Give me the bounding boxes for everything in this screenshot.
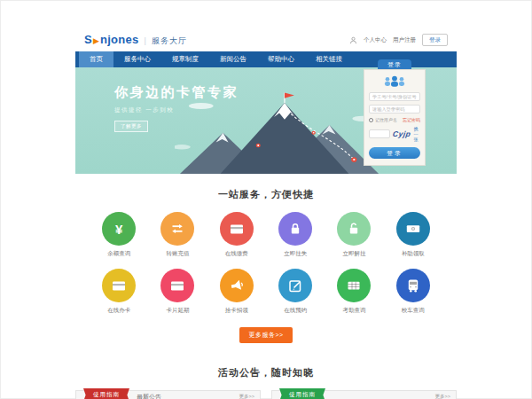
page-container: S ▶ njones | 服务大厅 个人中心 用户注册 登录 首页 服务中心 规… [75, 28, 457, 399]
logo-text-prefix: S [84, 33, 92, 46]
logo-divider: | [145, 36, 146, 45]
card-apply-circle [102, 269, 136, 302]
service-online-booking[interactable]: 在线预约 [266, 269, 325, 315]
booking-circle [278, 269, 312, 302]
captcha-refresh-link[interactable]: 换一张 [413, 126, 420, 142]
found-card-circle [220, 269, 254, 302]
logo-text-suffix: njones [100, 33, 139, 46]
banknote-icon [404, 220, 422, 238]
megaphone-icon [228, 277, 246, 294]
more-link-left[interactable]: 更多>> [239, 394, 254, 399]
password-input[interactable] [369, 105, 420, 113]
captcha-input[interactable] [369, 129, 390, 138]
forgot-password-link[interactable]: 忘记密码 [403, 117, 420, 122]
subsidy-circle [396, 212, 430, 246]
personal-center-link[interactable]: 个人中心 [364, 36, 387, 44]
service-subsidy-collection[interactable]: 补助领取 [384, 212, 442, 258]
hero-banner: 你身边的卡管专家 提供捷径 一步到校 了解更多 登录 [75, 67, 457, 174]
nav-item-home[interactable]: 首页 [79, 51, 113, 67]
users-group-icon [382, 75, 407, 88]
announcement-panel-right: 使用指南 更多>> [271, 390, 457, 399]
remember-label: 记住用户名 [375, 117, 397, 122]
header-login-button[interactable]: 登录 [422, 34, 448, 46]
announcements-title: 活动公告，随时知晓 [75, 366, 457, 379]
nav-item-service-center[interactable]: 服务中心 [113, 51, 161, 67]
bank-card-icon [168, 277, 186, 294]
site-name: 服务大厅 [152, 35, 187, 47]
remember-row: 记住用户名 忘记密码 [369, 117, 420, 122]
nav-item-news[interactable]: 新闻公告 [209, 51, 257, 67]
bus-icon [404, 277, 422, 294]
service-transfer-recharge[interactable]: 转账充值 [148, 212, 207, 258]
bank-card-icon [228, 220, 246, 238]
services-section: 一站服务，方便快捷 ¥ 余额查询 转账充值 [75, 174, 457, 356]
service-online-card-apply[interactable]: 在线办卡 [90, 269, 148, 315]
login-tab[interactable]: 登录 [378, 59, 411, 69]
table-icon [345, 277, 363, 294]
hero-text-block: 你身边的卡管专家 提供捷径 一步到校 了解更多 [114, 84, 239, 132]
more-link-right[interactable]: 更多>> [435, 394, 450, 399]
person-icon [349, 36, 357, 44]
announcements-section: 活动公告，随时知晓 使用指南 最新公告 更多>> 使用指南 更多>> [75, 356, 457, 399]
logo-arrow-icon: ▶ [93, 36, 99, 45]
nav-item-links[interactable]: 相关链接 [305, 51, 353, 67]
attendance-circle [337, 269, 371, 302]
site-header: S ▶ njones | 服务大厅 个人中心 用户注册 登录 [75, 28, 457, 51]
login-submit-button[interactable]: 登录 [369, 147, 420, 159]
hero-title: 你身边的卡管专家 [114, 84, 239, 101]
service-card-extension[interactable]: 卡片延期 [148, 269, 207, 315]
logo[interactable]: S ▶ njones | 服务大厅 [84, 33, 187, 47]
service-unsuspend[interactable]: 立即解挂 [325, 212, 383, 258]
yen-icon: ¥ [115, 223, 122, 236]
usage-guide-tab-green[interactable]: 使用指南 [279, 388, 325, 399]
login-form: 记住用户名 忘记密码 Cyjp 换一张 登录 [364, 69, 426, 166]
username-input[interactable] [369, 92, 420, 101]
more-services-button[interactable]: 更多服务>> [239, 327, 292, 343]
balance-circle: ¥ [102, 212, 136, 246]
hero-cta-button[interactable]: 了解更多 [114, 121, 148, 132]
services-grid: ¥ 余额查询 转账充值 [75, 212, 457, 315]
announcement-panel-left: 使用指南 最新公告 更多>> [75, 390, 261, 399]
service-found-card-claim[interactable]: 拾卡招领 [207, 269, 266, 315]
hero-subtitle: 提供捷径 一步到校 [114, 106, 239, 114]
services-title: 一站服务，方便快捷 [75, 188, 457, 201]
edit-icon [286, 277, 304, 294]
login-panel: 登录 记住用户名 忘记密码 Cyjp 换一张 [364, 59, 426, 166]
bank-card-icon [110, 277, 128, 294]
nav-item-help-center[interactable]: 帮助中心 [257, 51, 305, 67]
service-school-bus-inquiry[interactable]: 校车查询 [384, 269, 442, 315]
bus-circle [396, 269, 430, 302]
nav-item-rules[interactable]: 规章制度 [161, 51, 209, 67]
register-link[interactable]: 用户注册 [393, 36, 416, 44]
header-user-area: 个人中心 用户注册 登录 [349, 34, 448, 46]
service-online-payment[interactable]: 在线缴费 [207, 212, 266, 258]
lock-icon [286, 220, 304, 238]
service-attendance-inquiry[interactable]: 考勤查询 [325, 269, 383, 315]
unsuspend-circle [337, 212, 371, 246]
unlock-icon [345, 220, 363, 238]
service-report-loss[interactable]: 立即挂失 [266, 212, 325, 258]
captcha-row: Cyjp 换一张 [369, 126, 420, 142]
card-extension-circle [160, 269, 194, 302]
latest-news-tab[interactable]: 最新公告 [137, 393, 161, 399]
loss-circle [278, 212, 312, 246]
usage-guide-tab-red[interactable]: 使用指南 [83, 388, 129, 399]
announcement-panels: 使用指南 最新公告 更多>> 使用指南 更多>> [75, 390, 457, 399]
remember-checkbox[interactable] [369, 118, 373, 122]
service-balance-inquiry[interactable]: ¥ 余额查询 [90, 212, 148, 258]
transfer-arrows-icon [168, 220, 186, 238]
payment-circle [220, 212, 254, 246]
transfer-circle [160, 212, 194, 246]
captcha-image: Cyjp [392, 129, 411, 138]
